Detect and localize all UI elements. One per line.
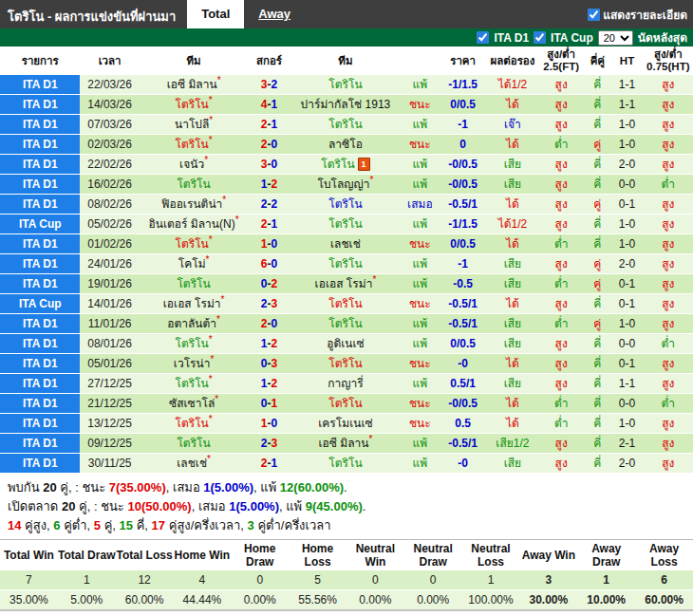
home-goals: 2 <box>261 118 268 131</box>
over-under-ht: สูง <box>644 95 693 115</box>
away-team[interactable]: โบโลญญ่า <box>317 177 369 191</box>
away-team[interactable]: โตริโน <box>328 78 362 91</box>
home-team[interactable]: เอเอส โรม่า <box>163 297 221 310</box>
summary-segment: 17 <box>152 518 165 532</box>
league-badge[interactable]: ITA D1 <box>0 334 80 354</box>
home-team[interactable]: อตาลันต้า <box>167 317 216 330</box>
home-team[interactable]: โตริโน <box>175 417 208 430</box>
home-goals: 0 <box>261 397 268 410</box>
league-badge[interactable]: ITA D1 <box>0 354 80 374</box>
away-team[interactable]: เอซี มิลาน <box>319 437 369 450</box>
half-time-score: 1-0 <box>610 414 643 434</box>
match-result-word: เสมอ <box>401 195 439 215</box>
home-team-cell: โตริโน* <box>140 135 249 155</box>
away-goals: 1 <box>272 457 278 470</box>
handicap-odds: 0.5/1 <box>439 374 486 394</box>
home-advantage-star-icon: * <box>209 95 213 105</box>
home-team[interactable]: โตริโน <box>177 437 210 450</box>
league-badge[interactable]: ITA D1 <box>0 95 80 115</box>
match-row: ITA D127/12/25โตริโน*1-2กาญารี่แพ้0.5/1เ… <box>0 374 693 394</box>
col-header-ou-ht: สูง/ต่ำ 0.75(HT) <box>644 47 693 75</box>
home-team[interactable]: เจนัว <box>179 158 204 171</box>
show-details-checkbox[interactable] <box>588 9 600 21</box>
league-badge[interactable]: ITA D1 <box>0 314 80 334</box>
match-count-select[interactable]: 20 <box>598 30 633 46</box>
away-team[interactable]: โตริโน <box>328 457 362 470</box>
away-team[interactable]: ปาร์ม่ากัลโช่ 1913 <box>301 98 391 111</box>
home-team[interactable]: โตริโน <box>175 98 208 111</box>
away-team-cell: เอซี มิลาน* <box>290 434 402 454</box>
home-advantage-star-icon: * <box>235 215 239 225</box>
home-team[interactable]: โตริโน <box>175 138 208 151</box>
home-team[interactable]: โตริโน <box>177 177 210 191</box>
league-badge[interactable]: ITA D1 <box>0 374 80 394</box>
half-time-score: 1-0 <box>610 135 643 155</box>
league-badge[interactable]: ITA D1 <box>0 254 80 274</box>
league-badge[interactable]: ITA D1 <box>0 454 80 474</box>
away-team[interactable]: โตริโน <box>328 257 362 271</box>
away-goals: 2 <box>272 78 278 91</box>
league-checkbox-ita-d1[interactable] <box>477 31 489 44</box>
home-team[interactable]: เอซี มิลาน <box>167 78 217 91</box>
home-team[interactable]: นาโปลี <box>175 118 209 131</box>
home-team[interactable]: โตริโน <box>175 237 208 251</box>
league-badge[interactable]: ITA D1 <box>0 274 80 294</box>
league-badge[interactable]: ITA D1 <box>0 234 80 254</box>
home-team[interactable]: อินเตอร์ มิลาน(N) <box>149 217 235 231</box>
half-time-score: 1-1 <box>610 95 643 115</box>
away-team[interactable]: อูดิเนเซ่ <box>327 337 365 350</box>
league-badge[interactable]: ITA D1 <box>0 195 80 215</box>
over-under-ht: สูง <box>644 374 693 394</box>
away-team[interactable]: โตริโน <box>328 197 362 211</box>
league-badge[interactable]: ITA D1 <box>0 75 80 95</box>
home-team[interactable]: ฟิออเรนติน่า <box>161 197 222 211</box>
match-row: ITA D124/01/26โคโม่*6-0โตริโนแพ้-1เสียสู… <box>0 254 693 274</box>
handicap-odds: -1/1.5 <box>439 215 486 234</box>
stats-percent: 5.00% <box>58 590 116 611</box>
home-advantage-star-icon: * <box>222 195 226 205</box>
away-team[interactable]: เอเอส โรม่า <box>315 277 373 290</box>
league-badge[interactable]: ITA D1 <box>0 155 80 175</box>
league-badge[interactable]: ITA Cup <box>0 294 80 314</box>
match-result-word: แพ้ <box>401 454 439 474</box>
league-badge[interactable]: ITA D1 <box>0 394 80 414</box>
home-team-cell: เลชเช่* <box>140 454 249 474</box>
away-team[interactable]: โตริโน <box>328 217 362 231</box>
home-team[interactable]: โตริโน <box>175 337 208 350</box>
away-team[interactable]: โตริโน <box>328 297 362 310</box>
odd-even: คี่ <box>584 215 610 234</box>
home-team[interactable]: โตริโน <box>177 277 210 290</box>
away-team[interactable]: โตริโน <box>328 118 362 131</box>
league-badge[interactable]: ITA D1 <box>0 135 80 155</box>
away-team[interactable]: โตริโน <box>328 397 362 410</box>
home-team[interactable]: โคโม่ <box>178 257 206 271</box>
home-team[interactable]: เลชเช่ <box>177 457 207 470</box>
summary-segment: คู่ต่ำ/ครึ่งเวลา <box>254 518 331 532</box>
league-badge[interactable]: ITA Cup <box>0 215 80 234</box>
away-team[interactable]: กาญารี่ <box>328 377 363 390</box>
away-team[interactable]: เครโมเนเซ่ <box>318 417 372 430</box>
league-badge[interactable]: ITA D1 <box>0 414 80 434</box>
tab-away[interactable]: Away <box>244 0 305 28</box>
stats-percent: 0.00% <box>346 590 404 611</box>
tab-total[interactable]: Total <box>187 0 244 28</box>
match-row: ITA D108/01/26โตริโน*1-2อูดิเนเซ่แพ้0/0.… <box>0 334 693 354</box>
away-team[interactable]: เลชเช่ <box>330 237 361 251</box>
away-team[interactable]: โตริโน <box>321 158 354 171</box>
league-checkbox-ita-cup[interactable] <box>534 31 546 44</box>
league-badge[interactable]: ITA D1 <box>0 115 80 135</box>
home-team[interactable]: เวโรน่า <box>174 357 211 370</box>
away-team[interactable]: ลาซิโอ <box>328 138 363 151</box>
over-under-ft: สูง <box>538 374 584 394</box>
league-badge[interactable]: ITA D1 <box>0 434 80 454</box>
match-row: ITA D105/01/26เวโรน่า*0-3โตริโนชนะ-0ได้ส… <box>0 354 693 374</box>
away-team[interactable]: โตริโน <box>328 357 362 370</box>
home-team-cell: โตริโน* <box>140 234 249 254</box>
summary-segment: คู่ต่ำ, <box>61 518 94 532</box>
col-header-time: เวลา <box>80 47 139 75</box>
home-team[interactable]: ซัสเซาโล่ <box>169 397 215 410</box>
away-team[interactable]: โตริโน <box>328 317 362 330</box>
match-row: ITA D108/02/26ฟิออเรนติน่า*2-2โตริโนเสมอ… <box>0 195 693 215</box>
home-team[interactable]: โตริโน <box>175 377 208 390</box>
league-badge[interactable]: ITA D1 <box>0 175 80 195</box>
